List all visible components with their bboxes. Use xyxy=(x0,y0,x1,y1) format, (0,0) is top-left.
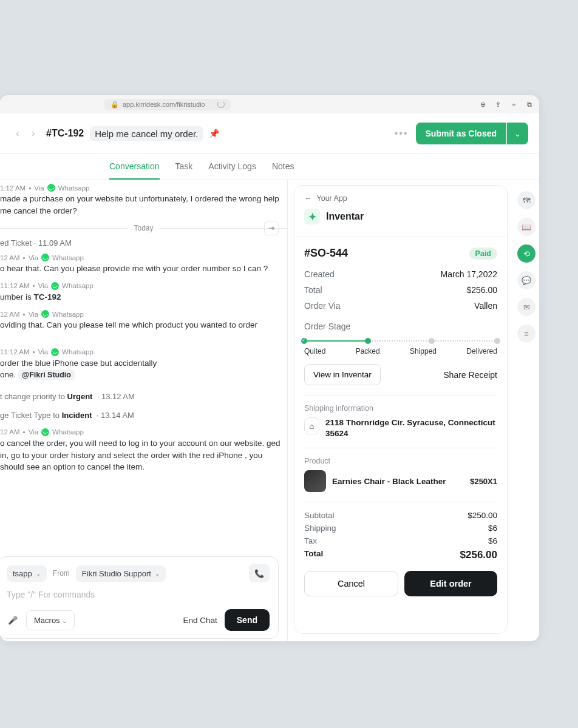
message-time: 12 AM xyxy=(0,428,20,436)
channel-select[interactable]: tsapp ⌄ xyxy=(7,565,47,582)
chevron-down-icon: ⌄ xyxy=(62,618,67,624)
tab-notes[interactable]: Notes xyxy=(272,154,294,180)
stage-label: Order Stage xyxy=(304,322,497,331)
event-time: 13.12 AM xyxy=(101,392,135,401)
total-value: $256.00 xyxy=(466,285,497,295)
app-icon: ✦ xyxy=(304,209,320,224)
message-text: oviding that. Can you please tell me whi… xyxy=(0,319,287,331)
message-text: o cancel the order, you will need to log… xyxy=(0,437,287,473)
mention-chip[interactable]: @Fikri Studio xyxy=(18,369,75,380)
next-ticket-button[interactable]: › xyxy=(27,127,40,140)
tab-conversation[interactable]: Conversation xyxy=(109,154,160,180)
home-icon: ⌂ xyxy=(304,417,319,434)
whatsapp-icon xyxy=(51,282,59,290)
message-time: 12 AM xyxy=(0,254,20,261)
created-value: March 17,2022 xyxy=(441,269,497,279)
message-text: order the blue iPhone case but accidenta… xyxy=(0,357,287,381)
rail-map-icon[interactable]: 🗺 xyxy=(517,191,536,209)
product-name: Earnies Chair - Black Leather xyxy=(332,477,464,486)
view-in-app-button[interactable]: View in Inventar xyxy=(304,364,381,385)
system-event: ge Ticket Type to Incident · 13.14 AM xyxy=(0,411,287,420)
more-icon[interactable]: ••• xyxy=(395,128,409,139)
submit-closed-button[interactable]: Submit as Closed xyxy=(416,123,506,144)
phone-icon: 📞 xyxy=(254,569,264,578)
whatsapp-icon xyxy=(41,428,49,436)
refresh-icon[interactable] xyxy=(217,101,225,108)
ticket-id: #TC-192 xyxy=(46,128,84,139)
message: 1:12 AM • Via Whatsapp made a purchase o… xyxy=(0,184,287,217)
new-tab-icon[interactable]: ＋ xyxy=(511,100,517,109)
product-price: $250X1 xyxy=(470,477,497,486)
mic-icon[interactable]: 🎤 xyxy=(7,616,19,625)
collapse-icon[interactable]: ⇥ xyxy=(264,221,279,235)
cancel-button[interactable]: Cancel xyxy=(304,571,398,596)
side-rail: 🗺 📖 ⟲ 💬 ✉ ≡ xyxy=(514,180,539,641)
tabs: Conversation Task Activity Logs Notes xyxy=(0,154,539,180)
chevron-down-icon: ⌄ xyxy=(36,570,41,577)
lock-icon: 🔒 xyxy=(110,101,119,109)
message-time: 12 AM xyxy=(0,311,20,318)
message-text: o hear that. Can you please provide me w… xyxy=(0,263,287,275)
via-label: Order Via xyxy=(304,301,341,311)
shipping-section-label: Shipping information xyxy=(304,404,497,413)
via-label: Via xyxy=(34,184,44,192)
compose-box: tsapp ⌄ From Fikri Studio Support ⌄ 📞 Ty… xyxy=(0,556,279,639)
message: 11:12 AM • Via Whatsapp order the blue i… xyxy=(0,348,287,381)
channel-name: Whatsapp xyxy=(58,184,90,192)
call-button[interactable]: 📞 xyxy=(249,564,270,582)
event-time: 13.14 AM xyxy=(101,411,134,420)
prev-ticket-button[interactable]: ‹ xyxy=(11,127,24,140)
message: 12 AM • Via Whatsapp o cancel the order,… xyxy=(0,428,287,473)
rail-settings-icon[interactable]: ≡ xyxy=(517,325,536,343)
message-time: 1:12 AM xyxy=(0,184,25,192)
system-event: ed Ticket · 11.09 AM xyxy=(0,238,287,248)
whatsapp-icon xyxy=(41,254,49,261)
rail-integration-icon[interactable]: ⟲ xyxy=(517,244,536,263)
edit-order-button[interactable]: Edit order xyxy=(404,571,497,596)
tab-activity-logs[interactable]: Activity Logs xyxy=(208,154,256,180)
created-label: Created xyxy=(304,269,335,279)
shipping-address: 2118 Thornridge Cir. Syracuse, Connectic… xyxy=(325,417,497,439)
from-label: From xyxy=(53,569,70,578)
panel-breadcrumb[interactable]: ← Your App xyxy=(304,194,497,203)
url-bar[interactable]: 🔒 app.kirridesk.com/fikristudio xyxy=(104,99,231,110)
conversation-panel: 1:12 AM • Via Whatsapp made a purchase o… xyxy=(0,180,288,641)
send-button[interactable]: Send xyxy=(225,609,270,631)
event-time: 11.09 AM xyxy=(38,238,72,248)
message-text: made a purchase on your website but unfo… xyxy=(0,193,287,217)
message: 12 AM • Via Whatsapp o hear that. Can yo… xyxy=(0,254,287,275)
submit-dropdown-button[interactable]: ⌄ xyxy=(507,123,528,144)
order-panel: ← Your App ✦ Inventar #SO-544 Paid Creat… xyxy=(294,185,508,634)
order-id: #SO-544 xyxy=(304,247,348,260)
rail-chat-icon[interactable]: 💬 xyxy=(517,271,536,289)
message-time: 11:12 AM xyxy=(0,348,30,356)
compose-input[interactable]: Type "/" For commands xyxy=(7,590,270,599)
body: 1:12 AM • Via Whatsapp made a purchase o… xyxy=(0,180,539,641)
back-arrow-icon: ← xyxy=(304,194,312,203)
share-icon[interactable]: ⇪ xyxy=(495,101,501,109)
tab-task[interactable]: Task xyxy=(175,154,193,180)
rail-book-icon[interactable]: 📖 xyxy=(517,218,536,236)
pin-icon[interactable]: 📌 xyxy=(209,129,219,138)
end-chat-button[interactable]: End Chat xyxy=(183,616,217,625)
app-window: 🔒 app.kirridesk.com/fikristudio ⊕ ⇪ ＋ ⧉ … xyxy=(0,95,539,641)
total-label: Total xyxy=(304,285,322,295)
ticket-header: ‹ › #TC-192 Help me cancel my order. 📌 •… xyxy=(0,113,539,154)
whatsapp-icon xyxy=(47,184,55,192)
from-select[interactable]: Fikri Studio Support ⌄ xyxy=(76,565,166,582)
chevron-down-icon: ⌄ xyxy=(155,570,160,577)
whatsapp-icon xyxy=(51,348,59,356)
via-value: Vallen xyxy=(474,301,497,311)
message-time: 11:12 AM xyxy=(0,282,30,289)
status-badge: Paid xyxy=(469,248,497,260)
ticket-nav: ‹ › xyxy=(11,127,40,140)
day-divider: Today ⇥ xyxy=(0,224,287,232)
share-receipt-link[interactable]: Share Receipt xyxy=(443,370,497,380)
app-label: ✦ Inventar xyxy=(304,209,497,224)
stage-names: Quited Packed Shipped Delivered xyxy=(304,347,497,356)
tabs-icon[interactable]: ⧉ xyxy=(527,101,532,109)
macros-button[interactable]: Macros ⌄ xyxy=(26,610,75,630)
download-icon[interactable]: ⊕ xyxy=(480,101,486,109)
stage-track xyxy=(304,337,497,345)
rail-message-icon[interactable]: ✉ xyxy=(517,298,536,316)
